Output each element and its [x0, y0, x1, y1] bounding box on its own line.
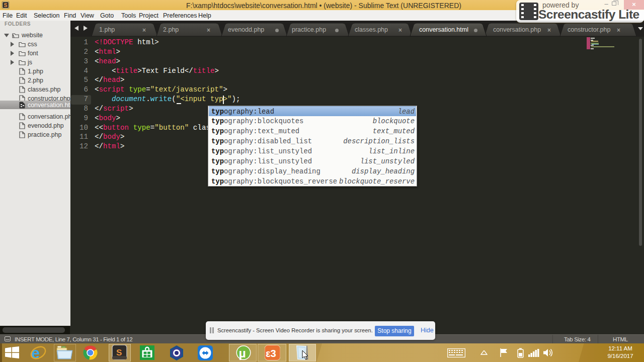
svg-text:µ: µ [239, 346, 246, 360]
svg-text:S: S [116, 348, 122, 357]
svg-text:ε3: ε3 [266, 348, 276, 359]
